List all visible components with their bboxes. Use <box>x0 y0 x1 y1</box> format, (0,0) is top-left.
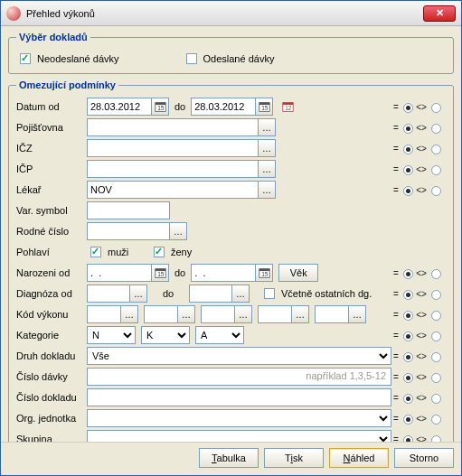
lookup-icon[interactable]: … <box>234 305 252 323</box>
op-eq-radio[interactable] <box>403 394 413 404</box>
label-pohlavi: Pohlaví <box>16 247 87 257</box>
lookup-icon[interactable]: … <box>231 285 250 303</box>
icz-input[interactable] <box>87 139 259 157</box>
titlebar: Přehled výkonů ✕ <box>1 1 461 26</box>
group-vyber-dokladu: Výběr dokladů Neodeslané dávky Odeslané … <box>8 32 454 74</box>
tisk-button[interactable]: Tisk <box>264 448 324 468</box>
op-ne-radio[interactable] <box>431 103 441 113</box>
narozeni-from-input[interactable] <box>87 264 152 282</box>
calendar-icon[interactable]: 15 <box>255 98 273 116</box>
lookup-icon[interactable]: … <box>258 118 276 136</box>
nahled-button[interactable]: Náhled <box>329 448 389 468</box>
skupina-select[interactable] <box>87 430 391 442</box>
op-eq-radio[interactable] <box>403 145 413 154</box>
narozeni-to-input[interactable] <box>191 264 256 282</box>
lookup-icon[interactable]: … <box>120 305 138 323</box>
op-ne-radio[interactable] <box>431 145 441 154</box>
lookup-icon[interactable]: … <box>291 305 309 323</box>
rodne-cislo-input[interactable] <box>87 222 170 240</box>
datum-od-from-input[interactable] <box>87 98 152 116</box>
label-pojistovna: Pojišťovna <box>16 122 87 133</box>
close-button[interactable]: ✕ <box>423 5 456 22</box>
op-ne-radio[interactable] <box>431 331 441 341</box>
vek-button[interactable]: Věk <box>278 264 318 282</box>
muzi-checkbox[interactable]: muži <box>87 244 150 260</box>
neodeslane-davky-input[interactable] <box>20 53 31 64</box>
op-ne-radio[interactable] <box>431 165 441 175</box>
op-ne-radio[interactable] <box>431 394 441 404</box>
lookup-icon[interactable]: … <box>177 305 195 323</box>
op-eq-radio[interactable] <box>403 103 413 113</box>
op-eq-radio[interactable] <box>403 269 413 279</box>
pojistovna-input[interactable] <box>87 118 259 136</box>
op-eq-radio[interactable] <box>403 373 413 383</box>
neodeslane-label: Neodeslané dávky <box>37 53 119 64</box>
lookup-icon[interactable]: … <box>129 285 147 303</box>
kod-vykonu-3-input[interactable] <box>201 305 235 323</box>
op-ne-radio[interactable] <box>431 269 441 279</box>
odeslane-davky-checkbox[interactable]: Odeslané dávky <box>183 51 275 67</box>
close-icon: ✕ <box>436 7 444 19</box>
op-ne-radio[interactable] <box>431 124 441 134</box>
neodeslane-davky-checkbox[interactable]: Neodeslané dávky <box>16 51 119 67</box>
kod-vykonu-4-input[interactable] <box>258 305 292 323</box>
kategorie-1-select[interactable]: N <box>87 326 136 344</box>
lookup-icon[interactable]: … <box>258 139 276 157</box>
op-ne-radio[interactable] <box>431 352 441 362</box>
calendar-today-icon[interactable]: 12 <box>278 98 297 116</box>
dialog-footer: Tabulka Tisk Náhled Storno <box>1 442 461 475</box>
lekar-input[interactable] <box>87 181 259 199</box>
label-org-jednotka: Org. jednotka <box>16 413 87 424</box>
op-eq-radio[interactable] <box>403 186 413 196</box>
datum-od-to-input[interactable] <box>191 98 256 116</box>
op-eq-radio[interactable] <box>403 311 413 321</box>
op-eq-radio[interactable] <box>403 124 413 134</box>
label-diagnoza-od: Diagnóza od <box>16 288 87 299</box>
kategorie-3-select[interactable]: A <box>195 326 244 344</box>
op-eq-radio[interactable] <box>403 415 413 425</box>
kategorie-2-select[interactable]: K <box>141 326 190 344</box>
zeny-input[interactable] <box>154 247 165 257</box>
druh-dokladu-select[interactable]: Vše <box>87 347 391 365</box>
lookup-icon[interactable]: … <box>169 222 187 240</box>
op-eq-radio[interactable] <box>403 331 413 341</box>
op-ne-radio[interactable] <box>431 311 441 321</box>
kod-vykonu-1-input[interactable] <box>87 305 121 323</box>
op-ne-radio[interactable] <box>431 186 441 196</box>
op-ne-radio[interactable] <box>431 290 441 300</box>
legend-omez: Omezující podmínky <box>16 79 118 90</box>
op-eq-radio[interactable] <box>403 290 413 300</box>
org-jednotka-select[interactable] <box>87 409 391 427</box>
op-ne-radio[interactable] <box>431 435 441 442</box>
lookup-icon[interactable]: … <box>348 305 366 323</box>
label-datum-od: Datum od <box>16 101 87 112</box>
calendar-icon[interactable]: 15 <box>255 264 273 282</box>
label-kod-vykonu: Kód výkonu <box>16 309 87 320</box>
icp-input[interactable] <box>87 160 259 178</box>
tabulka-button[interactable]: Tabulka <box>199 448 259 468</box>
storno-button[interactable]: Storno <box>394 448 454 468</box>
op-ne-radio[interactable] <box>431 373 441 383</box>
lookup-icon[interactable]: … <box>258 160 276 178</box>
op-eq-radio[interactable] <box>403 352 413 362</box>
kod-vykonu-5-input[interactable] <box>315 305 349 323</box>
calendar-icon[interactable]: 15 <box>151 98 169 116</box>
op-eq-radio[interactable] <box>403 435 413 442</box>
op-eq-radio[interactable] <box>403 165 413 175</box>
op-ne-radio[interactable] <box>431 415 441 425</box>
label-skupina: Skupina <box>16 434 87 442</box>
kod-vykonu-2-input[interactable] <box>144 305 178 323</box>
vcetne-input[interactable] <box>264 288 275 299</box>
calendar-icon[interactable]: 15 <box>151 264 169 282</box>
lookup-icon[interactable]: … <box>258 181 276 199</box>
odeslane-davky-input[interactable] <box>186 53 197 64</box>
cislo-dokladu-input[interactable] <box>87 388 391 406</box>
window-title: Přehled výkonů <box>26 8 423 19</box>
group-omezujici-podminky: Omezující podmínky Datum od 15 do 15 12 … <box>8 79 454 442</box>
var-symbol-input[interactable] <box>87 201 170 219</box>
zeny-checkbox[interactable]: ženy <box>150 244 192 260</box>
muzi-input[interactable] <box>90 247 101 257</box>
diagnoza-from-input[interactable] <box>87 285 130 303</box>
vcetne-checkbox[interactable]: Včetně ostatních dg. <box>260 285 372 302</box>
diagnoza-to-input[interactable] <box>189 285 232 303</box>
